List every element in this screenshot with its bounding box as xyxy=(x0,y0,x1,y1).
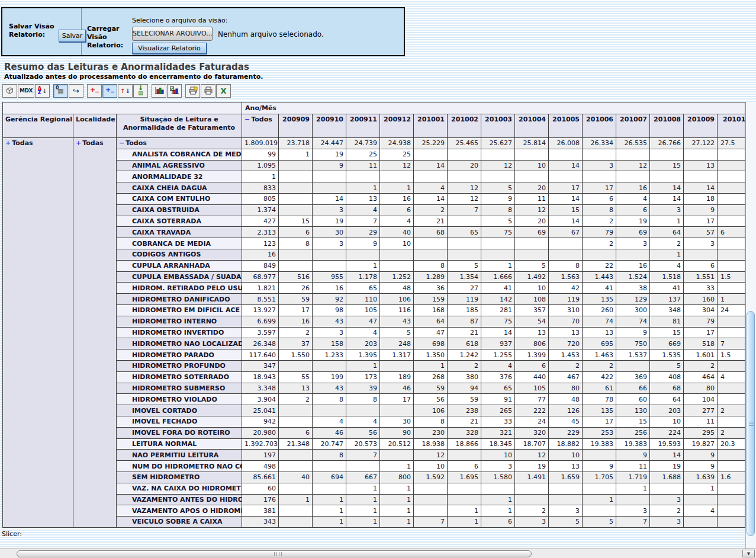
header-month-201003: 201003 xyxy=(481,114,515,138)
cell-200912: 20.512 xyxy=(380,438,414,450)
cell-201008: 10 xyxy=(650,416,684,427)
cell-200910: 98 xyxy=(313,304,346,316)
cell-201004: 320 xyxy=(515,427,549,438)
up-down-arrows-glyph: ↑↓ xyxy=(120,88,130,94)
cell-200910 xyxy=(313,249,346,260)
sort-az-icon[interactable]: AZ ↓ xyxy=(35,84,50,98)
cell-201006: 422 xyxy=(583,371,616,383)
drill-replace-icon[interactable]: ↑↓ xyxy=(118,84,133,98)
drill-position-icon[interactable]: +− xyxy=(102,84,117,98)
cell-todos: 123 xyxy=(242,238,279,249)
drill-member-icon[interactable]: +− xyxy=(87,84,102,98)
measure-label: Todos xyxy=(251,116,272,123)
cell-201003: 321 xyxy=(481,427,515,438)
cell-201005: 18.882 xyxy=(549,438,583,450)
suppress-empty-cells-icon[interactable]: 0 ▦ xyxy=(53,84,68,98)
cell-201008: 408 xyxy=(650,371,684,383)
cell-201003: 33 xyxy=(481,416,515,427)
cell-200911: 8 xyxy=(346,394,380,405)
cell-201009: 160 xyxy=(684,294,718,305)
cell-201006 xyxy=(583,450,616,461)
chart-config-icon[interactable] xyxy=(167,84,182,98)
report-view-panel: Salvar Visão Relatorio: Salvar Carregar … xyxy=(1,7,405,56)
horizontal-scrollbar-thumb[interactable] xyxy=(17,550,532,557)
print-config-icon[interactable] xyxy=(185,84,200,98)
cell-201006 xyxy=(583,505,616,517)
cell-todos: 3.348 xyxy=(242,383,279,394)
row-label: HIDROM. RETIRADO PELO USU xyxy=(117,283,242,294)
cell-200909: 17 xyxy=(279,304,313,316)
cell-200911 xyxy=(346,249,380,260)
page-title: Resumo das Leituras e Anormalidades Fatu… xyxy=(4,62,249,72)
view-report-button[interactable]: Visualizar Relatorio xyxy=(132,43,207,54)
olap-navigator-cube-icon[interactable] xyxy=(2,84,17,98)
cell-201008: 5 xyxy=(650,360,684,371)
expand-icon[interactable]: + xyxy=(5,139,11,147)
cell-201003 xyxy=(481,238,515,249)
cell-201003 xyxy=(481,149,515,160)
cell-201002: 1.354 xyxy=(448,271,481,283)
cell-200912: 5 xyxy=(380,327,414,338)
cell-200910: 3 xyxy=(313,204,346,216)
cell-200911: 65 xyxy=(346,283,380,294)
cell-200911: 1.395 xyxy=(346,349,380,361)
show-chart-icon[interactable] xyxy=(152,84,166,98)
cell-201001: 18.938 xyxy=(414,438,448,450)
cell-201006: 79 xyxy=(583,227,616,238)
drill-through-icon[interactable]: ↓▤ xyxy=(133,84,148,98)
cell-201008: 3 xyxy=(650,494,684,505)
row-label: VAZAMENTO APOS O HIDROMET xyxy=(117,505,242,517)
header-month-201006: 201006 xyxy=(583,114,616,138)
cell-partial xyxy=(718,283,745,294)
export-excel-icon[interactable]: X xyxy=(216,84,231,98)
cell-201003: 5 xyxy=(481,216,515,227)
cell-201002: 87 xyxy=(448,316,481,327)
cell-201002: 21 xyxy=(448,416,481,427)
mdx-editor-button[interactable]: MDX xyxy=(18,84,34,98)
cell-200909 xyxy=(279,182,313,194)
cell-201002: 6 xyxy=(448,461,481,472)
printer-setup-glyph xyxy=(188,86,198,95)
cell-200910 xyxy=(313,182,346,194)
cell-201003: 6 xyxy=(481,517,515,528)
header-month-200910: 200910 xyxy=(313,114,346,138)
cell-200911: 20.573 xyxy=(346,438,380,450)
cell-201003: 1 xyxy=(481,494,515,505)
row-label: HIDROMETRO PROFUNDO xyxy=(117,360,242,371)
cell-201005: 70 xyxy=(549,316,583,327)
zero-glyph: 0 xyxy=(56,85,59,91)
cell-partial: 2 xyxy=(718,427,745,438)
header-month-200909: 200909 xyxy=(279,114,313,138)
cell-200909: 2 xyxy=(279,394,313,405)
cell-201003: 18.345 xyxy=(481,438,515,450)
cell-200910: 158 xyxy=(313,338,346,349)
collapse-icon[interactable]: − xyxy=(119,139,124,147)
cell-201005: 45 xyxy=(549,416,583,427)
cell-todos: 25.041 xyxy=(242,405,279,416)
cell-200910: 3 xyxy=(313,238,346,249)
select-file-button[interactable]: SELECIONAR ARQUIVO... xyxy=(132,27,213,41)
cell-201005 xyxy=(549,249,583,260)
print-icon[interactable] xyxy=(201,84,215,98)
expand-icon[interactable]: + xyxy=(76,139,81,147)
cell-201001: 1.350 xyxy=(414,349,448,361)
swap-axes-icon[interactable]: ↪ xyxy=(69,84,83,98)
cell-200909: 2 xyxy=(279,327,313,338)
scrollbar-down-button[interactable]: ▼ xyxy=(742,550,755,557)
cell-todos: 942 xyxy=(242,416,279,427)
vertical-scrollbar-thumb[interactable] xyxy=(747,311,755,536)
cell-200911: 29 xyxy=(346,227,380,238)
cell-201009 xyxy=(684,517,718,528)
horizontal-scrollbar[interactable] xyxy=(0,549,756,558)
cell-201008: 1 xyxy=(650,216,684,227)
cell-201007: 19 xyxy=(616,216,650,227)
cell-201003: 142 xyxy=(481,294,515,305)
cell-201009: 27.122 xyxy=(684,138,718,149)
cell-201007: 74 xyxy=(616,316,650,327)
chart-config-glyph xyxy=(170,86,179,95)
cell-todos: 3.597 xyxy=(242,327,279,338)
swap-arrow-glyph: ↪ xyxy=(73,86,79,95)
cell-todos: 3.904 xyxy=(242,394,279,405)
collapse-icon[interactable]: − xyxy=(245,116,250,123)
cell-201003: 8 xyxy=(481,204,515,216)
